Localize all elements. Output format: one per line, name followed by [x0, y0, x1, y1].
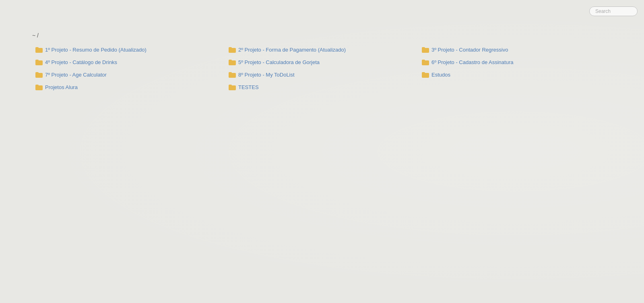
folder-label: 5º Projeto - Calculadora de Gorjeta: [238, 59, 320, 65]
folder-label: 8º Projeto - My ToDoList: [238, 72, 295, 78]
search-container: [589, 6, 638, 16]
list-item[interactable]: Estudos: [419, 69, 612, 80]
folder-label: Projetos Alura: [45, 84, 78, 90]
list-item[interactable]: 6º Projeto - Cadastro de Assinatura: [419, 57, 612, 68]
folder-icon: [229, 72, 236, 78]
folder-icon: [35, 60, 43, 65]
folder-icon: [229, 85, 236, 90]
list-item[interactable]: 1º Projeto - Resumo de Pedido (Atualizad…: [32, 44, 225, 55]
folder-label: Estudos: [431, 72, 450, 78]
list-item[interactable]: 8º Projeto - My ToDoList: [225, 69, 419, 80]
list-item[interactable]: Projetos Alura: [32, 82, 225, 93]
folder-icon: [422, 72, 429, 78]
list-item[interactable]: 2º Projeto - Forma de Pagamento (Atualiz…: [225, 44, 419, 55]
folder-label: 3º Projeto - Contador Regressivo: [431, 47, 508, 53]
folder-icon: [422, 47, 429, 53]
list-item[interactable]: TESTES: [225, 82, 419, 93]
folder-label: 4º Projeto - Catálogo de Drinks: [45, 59, 117, 65]
breadcrumb: ~ /: [32, 32, 39, 39]
list-item[interactable]: 3º Projeto - Contador Regressivo: [419, 44, 612, 55]
folder-icon: [35, 72, 43, 78]
folder-icon: [229, 47, 236, 53]
list-item[interactable]: 5º Projeto - Calculadora de Gorjeta: [225, 57, 419, 68]
folder-icon: [229, 60, 236, 65]
folder-label: 7º Projeto - Age Calculator: [45, 72, 107, 78]
folder-icon: [35, 85, 43, 90]
folder-label: 6º Projeto - Cadastro de Assinatura: [431, 59, 513, 65]
folder-icon: [422, 60, 429, 65]
file-grid: 1º Projeto - Resumo de Pedido (Atualizad…: [32, 44, 612, 93]
folder-label: 1º Projeto - Resumo de Pedido (Atualizad…: [45, 47, 147, 53]
folder-label: 2º Projeto - Forma de Pagamento (Atualiz…: [238, 47, 346, 53]
list-item[interactable]: 4º Projeto - Catálogo de Drinks: [32, 57, 225, 68]
list-item[interactable]: 7º Projeto - Age Calculator: [32, 69, 225, 80]
folder-icon: [35, 47, 43, 53]
search-input[interactable]: [589, 6, 638, 16]
folder-label: TESTES: [238, 84, 259, 90]
